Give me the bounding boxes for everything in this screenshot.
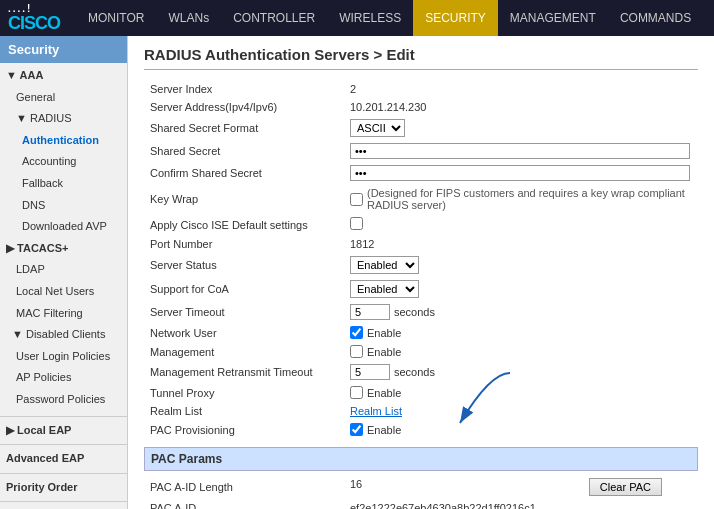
shared-secret-label: Shared Secret [144, 140, 344, 162]
sidebar-section-aaa: ▼ AAA General ▼ RADIUS Authentication Ac… [0, 63, 127, 413]
confirm-shared-secret-label: Confirm Shared Secret [144, 162, 344, 184]
nav-commands[interactable]: COMMANDS [608, 0, 703, 36]
nav-menu: MONITOR WLANs CONTROLLER WIRELESS SECURI… [76, 0, 714, 36]
server-index-value: 2 [350, 83, 356, 95]
nav-security[interactable]: SECURITY [413, 0, 498, 36]
key-wrap-note: (Designed for FIPS customers and require… [367, 187, 692, 211]
sidebar-item-dns[interactable]: DNS [0, 195, 127, 217]
pac-aid-length-label: PAC A-ID Length [144, 475, 344, 499]
port-number-label: Port Number [144, 235, 344, 253]
nav-wireless[interactable]: WIRELESS [327, 0, 413, 36]
server-status-label: Server Status [144, 253, 344, 277]
server-address-value: 10.201.214.230 [350, 101, 426, 113]
sidebar-item-authentication[interactable]: Authentication [0, 130, 127, 152]
shared-secret-input[interactable] [350, 143, 690, 159]
key-wrap-label: Key Wrap [144, 184, 344, 214]
server-timeout-unit: seconds [394, 306, 435, 318]
sidebar-title: Security [0, 36, 127, 63]
tunnel-proxy-checkbox[interactable] [350, 386, 363, 399]
sidebar-item-ldap[interactable]: LDAP [0, 259, 127, 281]
nav-wlans[interactable]: WLANs [156, 0, 221, 36]
divider-4 [0, 501, 127, 502]
tunnel-proxy-label: Tunnel Proxy [144, 383, 344, 402]
pac-params-section-header: PAC Params [144, 447, 698, 471]
divider-2 [0, 444, 127, 445]
main-content: RADIUS Authentication Servers > Edit Ser… [128, 36, 714, 509]
divider-1 [0, 416, 127, 417]
sidebar-item-local-eap[interactable]: ▶ Local EAP [0, 420, 127, 442]
pac-params-table: PAC A-ID Length 16 Clear PAC PAC A-ID ef… [144, 475, 698, 509]
management-enable: Enable [367, 346, 401, 358]
management-label: Management [144, 342, 344, 361]
pac-provisioning-enable: Enable [367, 424, 401, 436]
tunnel-proxy-enable: Enable [367, 387, 401, 399]
pac-aid-length-value: 16 [350, 478, 362, 490]
pac-aid-label: PAC A-ID [144, 499, 344, 509]
sidebar-item-priority-order[interactable]: Priority Order [0, 477, 127, 499]
cisco-logo: ....! CISCO [8, 4, 60, 32]
network-user-checkbox[interactable] [350, 326, 363, 339]
support-coa-label: Support for CoA [144, 277, 344, 301]
server-index-label: Server Index [144, 80, 344, 98]
realm-list-label: Realm List [144, 402, 344, 420]
blue-arrow-annotation [430, 368, 520, 438]
divider-3 [0, 473, 127, 474]
nav-controller[interactable]: CONTROLLER [221, 0, 327, 36]
sidebar-item-general[interactable]: General [0, 87, 127, 109]
apply-cisco-checkbox[interactable] [350, 217, 363, 230]
network-user-enable: Enable [367, 327, 401, 339]
sidebar-item-certificate[interactable]: Certificate [0, 505, 127, 509]
shared-secret-format-label: Shared Secret Format [144, 116, 344, 140]
pac-provisioning-label: PAC Provisioning [144, 420, 344, 439]
support-coa-select[interactable]: Enabled Disabled [350, 280, 419, 298]
clear-pac-button[interactable]: Clear PAC [589, 478, 662, 496]
server-timeout-input[interactable] [350, 304, 390, 320]
pac-provisioning-checkbox[interactable] [350, 423, 363, 436]
sidebar-item-local-net-users[interactable]: Local Net Users [0, 281, 127, 303]
port-number-value: 1812 [350, 238, 374, 250]
mgmt-retransmit-label: Management Retransmit Timeout [144, 361, 344, 383]
server-timeout-label: Server Timeout [144, 301, 344, 323]
key-wrap-checkbox[interactable] [350, 193, 363, 206]
sidebar-item-tacacs[interactable]: ▶ TACACS+ [0, 238, 127, 260]
sidebar-item-radius[interactable]: ▼ RADIUS [0, 108, 127, 130]
top-navigation: ....! CISCO MONITOR WLANs CONTROLLER WIR… [0, 0, 714, 36]
nav-help[interactable]: HELP [703, 0, 714, 36]
sidebar-item-aaa[interactable]: ▼ AAA [0, 65, 127, 87]
sidebar-item-disabled-clients[interactable]: ▼ Disabled Clients [0, 324, 127, 346]
mgmt-retransmit-input[interactable] [350, 364, 390, 380]
apply-cisco-label: Apply Cisco ISE Default settings [144, 214, 344, 235]
sidebar-item-user-login-policies[interactable]: User Login Policies [0, 346, 127, 368]
sidebar-item-password-policies[interactable]: Password Policies [0, 389, 127, 411]
sidebar-item-accounting[interactable]: Accounting [0, 151, 127, 173]
page-layout: Security ▼ AAA General ▼ RADIUS Authenti… [0, 36, 714, 509]
mgmt-retransmit-unit: seconds [394, 366, 435, 378]
form-table: Server Index 2 Server Address(Ipv4/Ipv6)… [144, 80, 698, 439]
pac-aid-value: ef2e1222e67eb4630a8b22d1ff0216c1 [350, 502, 536, 509]
page-title: RADIUS Authentication Servers > Edit [144, 46, 698, 70]
realm-list-link[interactable]: Realm List [350, 405, 402, 417]
sidebar-item-fallback[interactable]: Fallback [0, 173, 127, 195]
sidebar-item-advanced-eap[interactable]: Advanced EAP [0, 448, 127, 470]
confirm-shared-secret-input[interactable] [350, 165, 690, 181]
network-user-label: Network User [144, 323, 344, 342]
management-checkbox[interactable] [350, 345, 363, 358]
sidebar-item-downloaded-avp[interactable]: Downloaded AVP [0, 216, 127, 238]
sidebar-item-ap-policies[interactable]: AP Policies [0, 367, 127, 389]
shared-secret-format-select[interactable]: ASCII Hex [350, 119, 405, 137]
sidebar: Security ▼ AAA General ▼ RADIUS Authenti… [0, 36, 128, 509]
nav-management[interactable]: MANAGEMENT [498, 0, 608, 36]
server-status-select[interactable]: Enabled Disabled [350, 256, 419, 274]
nav-monitor[interactable]: MONITOR [76, 0, 156, 36]
server-address-label: Server Address(Ipv4/Ipv6) [144, 98, 344, 116]
cisco-dots: ....! [8, 4, 60, 14]
sidebar-item-mac-filtering[interactable]: MAC Filtering [0, 303, 127, 325]
